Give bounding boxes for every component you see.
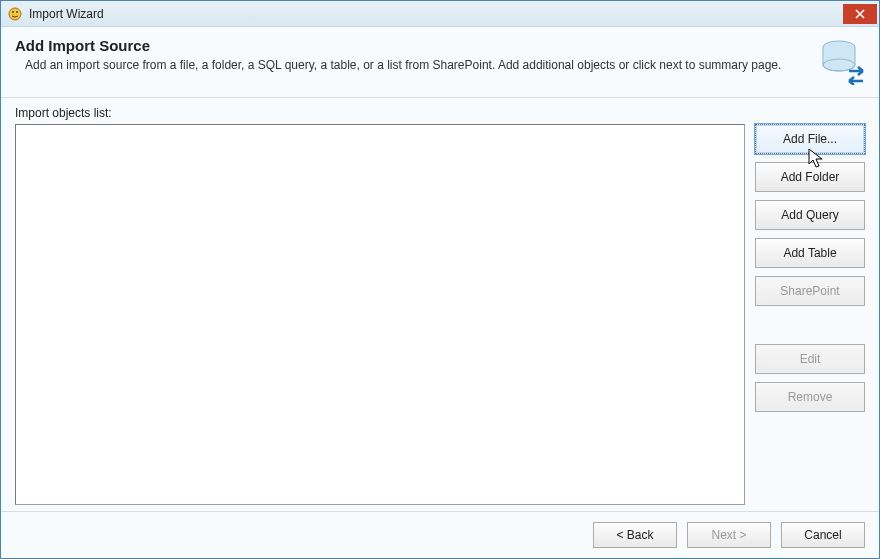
edit-button[interactable]: Edit (755, 344, 865, 374)
header-text: Add Import Source Add an import source f… (15, 37, 805, 74)
wizard-header: Add Import Source Add an import source f… (1, 27, 879, 98)
titlebar: Import Wizard (1, 1, 879, 27)
add-file-button[interactable]: Add File... (755, 124, 865, 154)
add-table-button[interactable]: Add Table (755, 238, 865, 268)
close-icon (855, 9, 865, 19)
database-icon (817, 37, 865, 85)
side-buttons: Add File... Add Folder Add Query Add Tab… (755, 124, 865, 505)
window-title: Import Wizard (29, 7, 843, 21)
import-wizard-window: Import Wizard Add Import Source Add an i… (0, 0, 880, 559)
cancel-button[interactable]: Cancel (781, 522, 865, 548)
svg-point-1 (12, 11, 14, 13)
add-query-button[interactable]: Add Query (755, 200, 865, 230)
next-button[interactable]: Next > (687, 522, 771, 548)
sharepoint-button[interactable]: SharePoint (755, 276, 865, 306)
close-button[interactable] (843, 4, 877, 24)
list-row: Add File... Add Folder Add Query Add Tab… (15, 124, 865, 505)
button-gap (755, 314, 865, 344)
svg-point-0 (9, 8, 21, 20)
page-title: Add Import Source (15, 37, 805, 54)
back-button[interactable]: < Back (593, 522, 677, 548)
wizard-body: Import objects list: Add File... Add Fol… (1, 98, 879, 511)
svg-point-2 (16, 11, 18, 13)
page-description: Add an import source from a file, a fold… (15, 58, 805, 74)
import-objects-list[interactable] (15, 124, 745, 505)
app-icon (7, 6, 23, 22)
add-folder-button[interactable]: Add Folder (755, 162, 865, 192)
remove-button[interactable]: Remove (755, 382, 865, 412)
import-list-label: Import objects list: (15, 106, 865, 120)
wizard-footer: < Back Next > Cancel (1, 511, 879, 558)
